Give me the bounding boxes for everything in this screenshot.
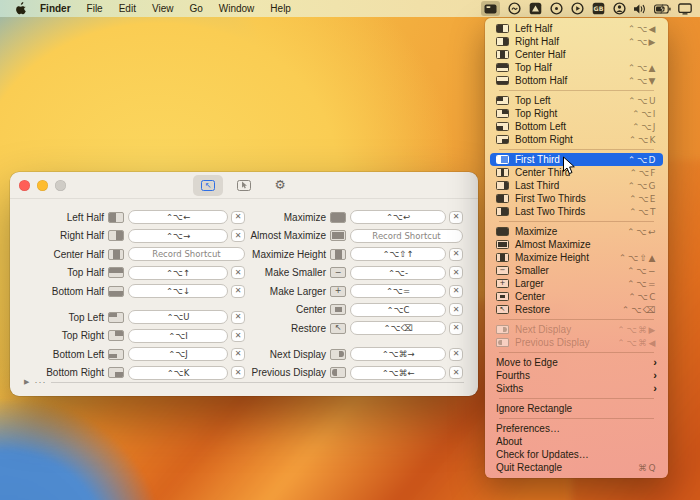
clear-shortcut-button[interactable]: ✕ (449, 303, 463, 316)
disclosure-triangle-icon[interactable]: ▶ (24, 378, 29, 386)
shortcut-field[interactable]: ⌃⌥⇧↑ (350, 247, 446, 261)
minimize-button[interactable] (37, 180, 48, 191)
menubar-menu-go[interactable]: Go (181, 0, 210, 17)
tab-shortcuts[interactable]: ↖ (193, 175, 223, 196)
keyboard-gb-icon[interactable]: GB (591, 1, 605, 16)
shortcut-field[interactable]: ⌃⌥- (350, 266, 446, 280)
shortcut-field[interactable]: ⌃⌥= (350, 284, 446, 298)
menu-item-smaller[interactable]: −Smaller⌃⌥− (490, 264, 663, 277)
menu-item-sixths[interactable]: Sixths› (490, 382, 663, 395)
clear-shortcut-button[interactable]: ✕ (449, 348, 463, 361)
more-options-expander[interactable]: ▶ ··· (24, 377, 464, 387)
menu-item-label: First Third (515, 154, 560, 165)
menu-item-label: Bottom Left (515, 121, 566, 132)
menu-item-top-half[interactable]: Top Half⌃⌥▲ (490, 61, 663, 74)
menu-item-almost-maximize[interactable]: Almost Maximize (490, 238, 663, 251)
volume-icon[interactable] (633, 1, 647, 16)
menu-item-about[interactable]: About (490, 435, 663, 448)
tab-snap-areas[interactable] (229, 175, 259, 196)
menubar-menu-file[interactable]: File (79, 0, 111, 17)
user-circle-icon[interactable] (612, 1, 626, 16)
menu-item-last-third[interactable]: Last Third⌃⌥G (490, 179, 663, 192)
menu-item-first-two-thirds[interactable]: First Two Thirds⌃⌥E (490, 192, 663, 205)
almost-maximize-icon (330, 230, 346, 241)
menu-item-quit-rectangle[interactable]: Quit Rectangle⌘Q (490, 461, 663, 474)
clear-shortcut-button[interactable]: ✕ (449, 285, 463, 298)
adobe-creative-cloud-icon[interactable] (507, 1, 521, 16)
menu-item-shortcut: ⌃⌥J (632, 122, 657, 132)
menu-item-bottom-left[interactable]: Bottom Left⌃⌥J (490, 120, 663, 133)
menu-item-larger[interactable]: +Larger⌃⌥= (490, 277, 663, 290)
menu-item-first-third[interactable]: First Third⌃⌥D (490, 153, 663, 166)
rectangle-menu: Left Half⌃⌥◀Right Half⌃⌥▶Center HalfTop … (485, 18, 668, 478)
center-half-icon (108, 249, 124, 260)
shortcut-field[interactable]: ⌃⌥C (350, 303, 446, 317)
menu-item-maximize[interactable]: Maximize⌃⌥↩ (490, 225, 663, 238)
shortcut-field[interactable]: ⌃⌥↩ (350, 210, 446, 224)
shortcut-value: ⌃⌥⌘→ (382, 349, 415, 359)
shortcut-field[interactable]: ⌃⌥⌘→ (350, 347, 446, 361)
display-icon[interactable] (678, 1, 692, 16)
record-shortcut-field[interactable]: Record Shortcut (128, 247, 245, 261)
rectangle-preferences-window: ↖ ⚙ Left Half⌃⌥←✕Right Half⌃⌥→✕Center Ha… (10, 172, 478, 396)
menu-item-bottom-right[interactable]: Bottom Right⌃⌥K (490, 133, 663, 146)
menu-item-previous-display[interactable]: Previous Display⌃⌥⌘◀ (490, 336, 663, 349)
close-button[interactable] (19, 180, 30, 191)
menu-item-center-third[interactable]: Center Third⌃⌥F (490, 166, 663, 179)
shortcut-field[interactable]: ⌃⌥⌫ (350, 321, 446, 335)
menu-item-check-for-updates[interactable]: Check for Updates… (490, 448, 663, 461)
shortcut-label: Center Half (28, 249, 104, 260)
menu-item-left-half[interactable]: Left Half⌃⌥◀ (490, 22, 663, 35)
clear-shortcut-button[interactable]: ✕ (449, 211, 463, 224)
menu-item-next-display[interactable]: Next Display⌃⌥⌘▶ (490, 323, 663, 336)
clear-shortcut-button[interactable]: ✕ (449, 322, 463, 335)
shortcut-row-restore: Restore↖⌃⌥⌫✕ (242, 320, 463, 336)
menu-item-label: Left Half (515, 23, 552, 34)
battery-charging-icon[interactable] (654, 1, 671, 16)
menu-item-label: Fourths (496, 370, 530, 381)
triangle-app-icon[interactable] (528, 1, 542, 16)
menu-item-preferences[interactable]: Preferences… (490, 422, 663, 435)
menu-item-top-right[interactable]: Top Right⌃⌥I (490, 107, 663, 120)
menubar-menu-window[interactable]: Window (211, 0, 263, 17)
bottom-left-icon (108, 349, 124, 360)
shortcut-group: Left Half⌃⌥←✕Right Half⌃⌥→✕Center HalfRe… (28, 209, 245, 299)
apple-menu-icon[interactable] (10, 2, 32, 15)
shortcut-field[interactable]: ⌃⌥U (128, 310, 228, 324)
shortcut-field[interactable]: ⌃⌥← (128, 210, 228, 224)
menubar-menu-help[interactable]: Help (262, 0, 299, 17)
shortcut-value: ⌃⌥K (167, 368, 190, 378)
clear-shortcut-button[interactable]: ✕ (449, 266, 463, 279)
menubar-menu-view[interactable]: View (144, 0, 182, 17)
menu-item-maximize-height[interactable]: Maximize Height⌃⌥⇧▲ (490, 251, 663, 264)
play-circle-icon[interactable] (570, 1, 584, 16)
tab-settings[interactable]: ⚙ (265, 175, 295, 196)
menu-item-top-left[interactable]: Top Left⌃⌥U (490, 94, 663, 107)
shortcut-row-bottom-half: Bottom Half⌃⌥↓✕ (28, 283, 245, 299)
menu-item-restore[interactable]: ↖Restore⌃⌥⌫ (490, 303, 663, 316)
clear-shortcut-button[interactable]: ✕ (449, 248, 463, 261)
circle-outline-icon[interactable] (549, 1, 563, 16)
record-shortcut-field[interactable]: Record Shortcut (350, 229, 463, 243)
menu-item-center[interactable]: Center⌃⌥C (490, 290, 663, 303)
menu-item-ignore-rectangle[interactable]: Ignore Rectangle (490, 402, 663, 415)
rectangle-window-icon[interactable] (481, 1, 500, 16)
shortcut-field[interactable]: ⌃⌥J (128, 347, 228, 361)
menu-item-last-two-thirds[interactable]: Last Two Thirds⌃⌥T (490, 205, 663, 218)
menu-item-fourths[interactable]: Fourths› (490, 369, 663, 382)
menu-item-center-half[interactable]: Center Half (490, 48, 663, 61)
menu-item-bottom-half[interactable]: Bottom Half⌃⌥▼ (490, 74, 663, 87)
shortcut-field[interactable]: ⌃⌥→ (128, 229, 228, 243)
smaller-icon: − (330, 267, 346, 278)
menubar-status-icons: GB (481, 1, 700, 16)
menu-item-right-half[interactable]: Right Half⌃⌥▶ (490, 35, 663, 48)
shortcut-field[interactable]: ⌃⌥↓ (128, 284, 228, 298)
shortcuts-panel: Left Half⌃⌥←✕Right Half⌃⌥→✕Center HalfRe… (10, 199, 478, 396)
menubar-app-name[interactable]: Finder (32, 0, 79, 17)
shortcut-field[interactable]: ⌃⌥↑ (128, 266, 228, 280)
menubar-menu-edit[interactable]: Edit (111, 0, 144, 17)
menu-item-move-to-edge[interactable]: Move to Edge› (490, 356, 663, 369)
menu-item-label: Center (515, 291, 545, 302)
zoom-button[interactable] (55, 180, 66, 191)
shortcut-field[interactable]: ⌃⌥I (128, 329, 228, 343)
